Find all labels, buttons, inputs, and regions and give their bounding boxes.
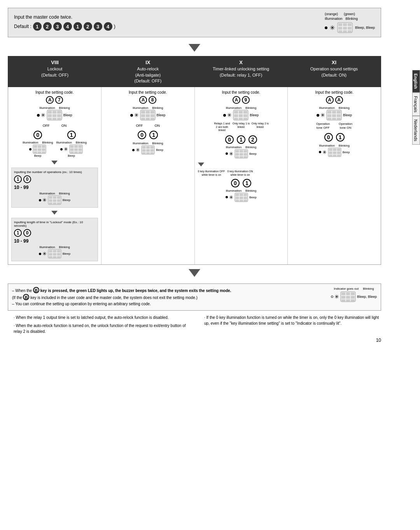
svg-rect-57 [49,256,52,258]
led-dot-master [325,26,327,29]
relay-label-0: Relays 1 and 2 are both linked [213,122,231,132]
closing-paren: ) [114,24,116,29]
ar-choice-0: 0 [138,131,146,139]
opsound-setting-code-title: Input the setting code. [315,90,353,94]
tex-blink: Blinking [245,189,256,192]
lockout-extra-1-range: 10 - 99 [14,185,95,190]
lockout-choice-0: 0 Illumination Blinking [23,131,53,157]
code-digit-7: 3 [94,22,102,31]
svg-rect-47 [49,203,52,204]
timer-extra-label-1: 0 key illumination ON while timer is on [227,170,254,177]
tex-beep: Beep [249,196,257,199]
lockout-arrow-2 [51,211,58,215]
lockout-c0-labels: Illumination Blinking [23,141,53,144]
lex1-illum: Illumination [39,192,55,195]
opsound-choice-0-circle: 0 [324,133,333,142]
lang-tab-francais[interactable]: Français [412,93,420,116]
svg-rect-89 [243,118,247,120]
timer-choice-2: 2 [248,135,257,144]
bottom-note-indicator: Indicator goes out Blinking ✳ [331,287,377,302]
ar-bleep-label: Bleep [157,113,166,117]
bn-star: ✳ [334,294,339,300]
bottom-note-line3: – You can continue the setting up operat… [12,301,327,307]
timer-ex-choice-1: 1 [243,179,251,187]
os-star: ✳ [320,112,325,118]
timer-comb-labels: Illumination Blinking [226,145,256,149]
bottom-note-section: – When the B key is pressed, the green L… [8,283,381,311]
svg-rect-72 [146,146,150,149]
bottom-note-line2: (If the B key is included in the user co… [12,294,327,301]
bn-line1-prefix: – When the [12,289,33,293]
lex2-star: ✳ [42,251,47,257]
svg-rect-55 [53,253,56,255]
ar-combined-ind: Illumination Blinking ✳ [105,142,191,155]
autorelock-title: Auto-relock [105,66,191,72]
lockout-code-7: 7 [55,96,63,104]
lex2-led [39,253,41,255]
svg-rect-74 [142,149,146,152]
code-digit-5: 1 [74,22,82,31]
master-code-section: Input the master code twice. Default : 1… [8,8,381,37]
opsound-choices: 0 1 [291,133,378,142]
code-digit-4: 4 [63,22,72,31]
opsound-code-a2: A [335,96,343,104]
lockout-extra-1-title: Inputting the number of operations (ex.:… [14,170,95,174]
svg-rect-44 [49,199,52,202]
svg-rect-112 [332,111,336,114]
lang-tab-english[interactable]: English [412,70,420,93]
bottom-note-text: – When the B key is pressed, the green L… [12,287,327,307]
timer-ind-labels: Illumination Blinking [226,106,256,110]
svg-rect-104 [236,196,239,199]
lc1-led [60,148,63,150]
lockout-c0-icons [29,144,46,154]
bn-b-key-1: B [33,287,39,293]
blinking-label-master: Blinking [345,17,358,21]
osc-beep: Beep [343,150,350,154]
lockout-subtitle: (Default: OFF) [12,72,98,78]
lockout-keypad [47,110,62,121]
lc0-blink: Blinking [42,141,53,144]
svg-rect-51 [49,250,52,252]
svg-rect-93 [244,150,247,152]
tc-star: ✳ [229,151,233,157]
autorelock-code-input: A 8 [139,96,156,104]
lockout-ex1-0: 0 [23,175,31,183]
blink-star-master: ✳ [330,24,335,31]
lex1-star: ✳ [42,197,47,203]
footnotes: When the relay 1 output time is set to l… [8,315,381,334]
lockout-extra-box-2: Inputting length of time in "Lockout" mo… [11,218,98,261]
footnote-right-1: If the 0 key illumination function is tu… [204,315,379,326]
lockout-ex2-0: 0 [23,229,31,237]
lex2-blink: Blinking [59,245,70,249]
svg-rect-23 [42,145,46,148]
language-tabs: English Français Nederlands [412,70,420,145]
svg-rect-124 [329,151,332,154]
svg-rect-69 [150,118,154,120]
svg-rect-137 [341,299,345,301]
illumination-label: Illumination [325,17,343,21]
svg-rect-56 [57,253,60,255]
svg-rect-111 [327,111,331,114]
svg-rect-6 [348,27,352,30]
tc-led [226,152,228,155]
svg-rect-71 [142,146,146,149]
svg-rect-132 [346,292,350,295]
svg-rect-126 [337,151,340,154]
timer-extra-labels: 0 key illumination OFF while timer is on… [198,170,285,177]
lang-tab-nederlands[interactable]: Nederlands [412,116,420,145]
svg-rect-117 [327,118,331,120]
lockout-extra-2: Inputting length of time in "Lockout" mo… [11,210,98,261]
lockout-choice-0-ind: Illumination Blinking [23,141,53,157]
svg-rect-129 [337,154,340,156]
lockout-ex1-ind: Illumination Blinking ✳ [14,192,95,205]
svg-rect-67 [141,118,145,120]
svg-rect-99 [244,156,247,157]
timer-ex-ind: Illumination Blinking ✳ [198,189,285,202]
lockout-choice-1-circle: 1 [67,131,76,139]
lockout-illum-label: Illumination [39,106,55,110]
svg-rect-66 [150,114,154,117]
ar-led [130,114,133,117]
svg-rect-53 [57,250,60,252]
lockout-choice-0-circle: 0 [33,131,42,139]
timer-relay-labels: Relays 1 and 2 are both linked Only rela… [213,122,269,132]
